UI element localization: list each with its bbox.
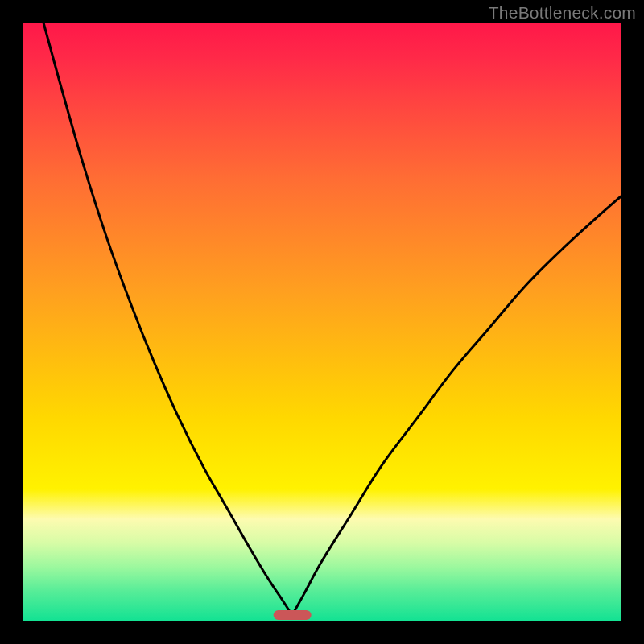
chart-frame: TheBottleneck.com (0, 0, 644, 644)
bottleneck-marker (274, 610, 312, 620)
chart-plot-area (23, 23, 621, 621)
curve-left-branch (43, 23, 292, 615)
curve-right-branch (292, 196, 621, 615)
bottleneck-curve (23, 23, 621, 621)
watermark-text: TheBottleneck.com (489, 3, 636, 23)
